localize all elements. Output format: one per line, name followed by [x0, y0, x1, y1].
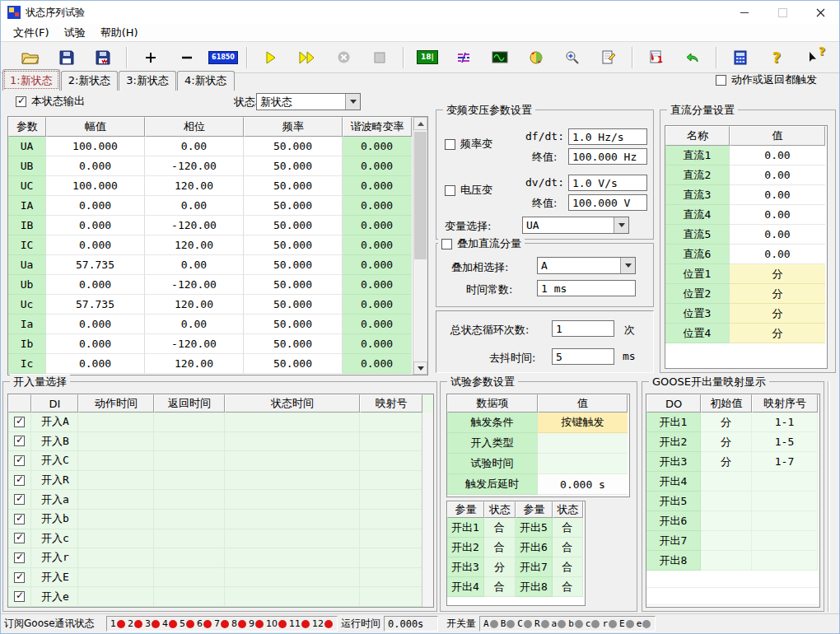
waveform-display-button[interactable]	[488, 46, 512, 69]
state-tab[interactable]: 4:新状态	[177, 71, 235, 91]
frequency-cell[interactable]: 50.000	[244, 334, 343, 354]
goose-initial-cell[interactable]	[701, 472, 752, 492]
amplitude-cell[interactable]: 100.000	[46, 176, 145, 196]
sv-config-button[interactable]: 18|	[415, 46, 440, 69]
save-button[interactable]	[54, 46, 79, 69]
frequency-cell[interactable]: 50.000	[244, 295, 343, 315]
goose-initial-cell[interactable]: 分	[701, 432, 752, 452]
analog-map-button[interactable]	[451, 46, 476, 69]
close-button[interactable]	[801, 1, 839, 24]
di-checkbox-cell[interactable]	[8, 510, 31, 529]
scrollbar-track[interactable]	[413, 130, 427, 361]
amplitude-cell[interactable]: 57.735	[46, 295, 145, 315]
amplitude-cell[interactable]: 0.000	[46, 334, 145, 354]
do-state-cell[interactable]: 合	[484, 538, 516, 557]
goose-initial-cell[interactable]	[701, 551, 752, 571]
menu-item[interactable]: 文件(F)	[6, 24, 57, 42]
phase-cell[interactable]: 120.00	[145, 354, 244, 374]
run-button[interactable]	[259, 46, 283, 69]
goose-initial-cell[interactable]: 分	[701, 452, 752, 472]
phase-cell[interactable]: 0.00	[145, 255, 244, 275]
test-param-value-cell[interactable]	[538, 433, 628, 454]
phase-cell[interactable]: 0.00	[145, 137, 244, 156]
state-tab[interactable]: 3:新状态	[119, 71, 176, 91]
thd-cell[interactable]: 0.000	[343, 196, 412, 216]
di-checkbox-cell[interactable]	[8, 548, 31, 568]
thd-cell[interactable]: 0.000	[343, 156, 412, 176]
zoom-button[interactable]	[560, 46, 585, 69]
phase-cell[interactable]: -120.00	[145, 216, 244, 235]
amplitude-cell[interactable]: 0.000	[46, 196, 145, 216]
time-const-input[interactable]	[537, 280, 636, 296]
di-checkbox-cell[interactable]	[8, 587, 31, 607]
do-state-cell[interactable]: 合	[553, 538, 583, 557]
di-checkbox[interactable]	[14, 533, 25, 543]
test-param-value-cell[interactable]	[538, 454, 628, 474]
goose-map-cell[interactable]	[752, 531, 818, 551]
di-checkbox-cell[interactable]	[8, 490, 31, 510]
thd-cell[interactable]: 0.000	[343, 315, 412, 334]
thd-cell[interactable]: 0.000	[343, 334, 412, 354]
thd-cell[interactable]: 0.000	[343, 176, 412, 196]
combo-dropdown-button[interactable]	[614, 217, 628, 233]
goose-map-cell[interactable]	[752, 551, 818, 571]
calculator-button[interactable]	[728, 46, 753, 69]
di-checkbox-cell[interactable]	[8, 413, 31, 432]
trigger-edit-button[interactable]: 1	[644, 46, 669, 69]
thd-cell[interactable]: 0.000	[343, 137, 412, 156]
amplitude-cell[interactable]: 0.000	[46, 275, 145, 295]
frequency-cell[interactable]: 50.000	[244, 156, 343, 176]
frequency-cell[interactable]: 50.000	[244, 216, 343, 235]
amplitude-cell[interactable]: 57.735	[46, 255, 145, 275]
run-continuous-button[interactable]	[295, 46, 320, 69]
dc-value-cell[interactable]: 分	[730, 304, 825, 324]
frequency-cell[interactable]: 50.000	[244, 176, 343, 196]
thd-cell[interactable]: 0.000	[343, 354, 412, 374]
variable-select-combo[interactable]: UA	[522, 217, 629, 234]
dc-value-cell[interactable]: 0.00	[730, 225, 825, 245]
minimize-button[interactable]	[726, 1, 763, 24]
dc-value-cell[interactable]: 分	[730, 324, 825, 343]
dvdt-input[interactable]	[568, 175, 647, 191]
trigger-on-both-checkbox[interactable]: 动作或返回都触发	[716, 72, 817, 87]
di-checkbox[interactable]	[14, 494, 25, 505]
loop-count-input[interactable]	[552, 320, 614, 337]
frequency-cell[interactable]: 50.000	[244, 137, 343, 156]
do-state-cell[interactable]: 合	[553, 557, 583, 577]
state-output-checkbox[interactable]: 本状态输出	[16, 94, 85, 109]
open-button[interactable]	[18, 46, 43, 69]
do-state-cell[interactable]: 合	[553, 518, 583, 538]
goose-map-cell[interactable]	[752, 492, 818, 511]
exit-button[interactable]	[837, 46, 840, 69]
test-param-value-cell[interactable]: 按键触发	[538, 413, 628, 433]
goose-map-cell[interactable]: 1-1	[752, 413, 818, 432]
frequency-cell[interactable]: 50.000	[244, 315, 343, 334]
frequency-cell[interactable]: 50.000	[244, 354, 343, 374]
do-state-cell[interactable]: 合	[484, 577, 516, 597]
scroll-down-button[interactable]	[413, 361, 427, 375]
state-tab[interactable]: 2:新状态	[61, 71, 119, 91]
goose-map-cell[interactable]	[752, 472, 818, 492]
test-param-value-cell[interactable]: 0.000 s	[538, 474, 628, 495]
phase-cell[interactable]: 0.00	[145, 196, 244, 216]
di-checkbox-cell[interactable]	[8, 529, 31, 549]
state-tab[interactable]: 1:新状态	[2, 69, 60, 91]
goose-map-cell[interactable]	[752, 511, 818, 531]
dc-value-cell[interactable]: 0.00	[730, 165, 825, 185]
phase-cell[interactable]: 120.00	[145, 176, 244, 196]
combo-dropdown-button[interactable]	[620, 258, 635, 273]
debounce-input[interactable]	[552, 348, 614, 365]
report-button[interactable]	[596, 46, 621, 69]
amplitude-cell[interactable]: 0.000	[46, 235, 145, 255]
maximize-button[interactable]	[763, 1, 801, 24]
goose-initial-cell[interactable]	[701, 511, 752, 531]
goose-map-cell[interactable]: 1-7	[752, 452, 818, 472]
network-sync-button[interactable]	[524, 46, 548, 69]
thd-cell[interactable]: 0.000	[343, 275, 412, 295]
phase-cell[interactable]: 0.00	[145, 315, 244, 334]
freq-ramp-checkbox[interactable]: 频率变	[445, 137, 492, 152]
scrollbar-thumb[interactable]	[414, 132, 427, 259]
di-checkbox-cell[interactable]	[8, 471, 31, 491]
thd-cell[interactable]: 0.000	[343, 295, 412, 315]
stop-button[interactable]	[331, 46, 356, 69]
